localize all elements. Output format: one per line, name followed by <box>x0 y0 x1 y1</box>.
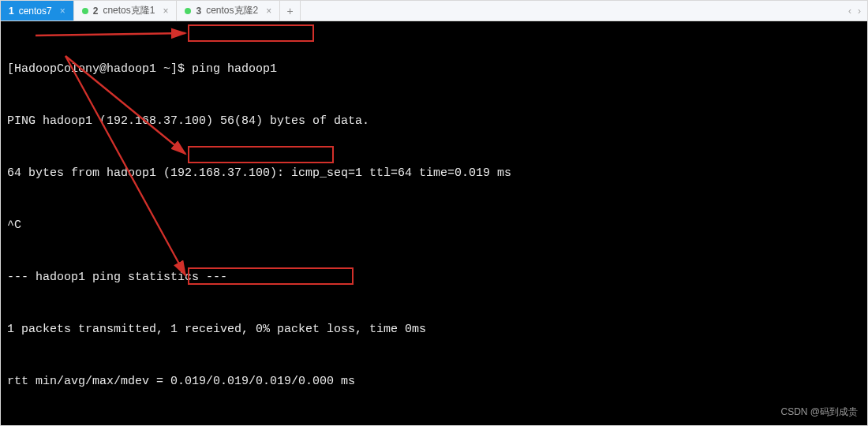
tab-label: centos7 <box>19 6 52 17</box>
terminal-line: 64 bytes from hadoop1 (192.168.37.100): … <box>7 165 861 182</box>
close-icon[interactable]: × <box>266 6 271 17</box>
tab-bar: 1 centos7 × 2 cnetos克隆1 × 3 centos克隆2 × … <box>1 1 867 21</box>
close-icon[interactable]: × <box>163 6 168 17</box>
terminal-line: ^C <box>7 217 861 234</box>
tab-2-clone1[interactable]: 2 cnetos克隆1 × <box>74 1 178 21</box>
tab-label: centos克隆2 <box>206 4 258 17</box>
highlight-box-2 <box>188 146 334 163</box>
tab-next-button[interactable]: › <box>858 6 861 17</box>
tab-label: cnetos克隆1 <box>103 4 155 17</box>
close-icon[interactable]: × <box>60 6 65 17</box>
terminal-viewport[interactable]: [HadoopColony@hadoop1 ~]$ ping hadoop1 P… <box>1 21 867 425</box>
watermark: CSDN @码到成贵 <box>780 403 858 420</box>
terminal-line: [HadoopColony@hadoop1 ~]$ ping hadoop1 <box>7 61 861 78</box>
highlight-box-1 <box>188 24 314 42</box>
terminal-scrollbar[interactable] <box>857 21 868 426</box>
terminal-line: --- hadoop1 ping statistics --- <box>7 269 861 286</box>
add-tab-button[interactable]: + <box>280 1 301 21</box>
status-dot-icon <box>82 8 88 14</box>
tab-prev-button[interactable]: ‹ <box>848 6 851 17</box>
tab-index: 1 <box>9 6 14 17</box>
status-dot-icon <box>185 8 191 14</box>
terminal-line: PING hadoop1 (192.168.37.100) 56(84) byt… <box>7 113 861 130</box>
terminal-line: 1 packets transmitted, 1 received, 0% pa… <box>7 321 861 338</box>
tab-3-clone2[interactable]: 3 centos克隆2 × <box>177 1 280 21</box>
tab-index: 3 <box>196 6 201 17</box>
tab-nav: ‹ › <box>842 1 867 21</box>
arrow-1-icon <box>36 33 185 36</box>
tab-1-centos7[interactable]: 1 centos7 × <box>1 1 74 21</box>
terminal-line: rtt min/avg/max/mdev = 0.019/0.019/0.019… <box>7 373 861 390</box>
terminal-window: 1 centos7 × 2 cnetos克隆1 × 3 centos克隆2 × … <box>0 0 868 426</box>
tab-index: 2 <box>93 6 99 17</box>
